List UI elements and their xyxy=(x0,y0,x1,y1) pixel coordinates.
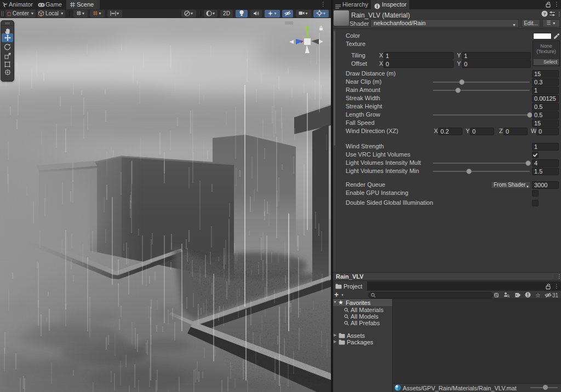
svg-text:?: ? xyxy=(543,11,546,16)
